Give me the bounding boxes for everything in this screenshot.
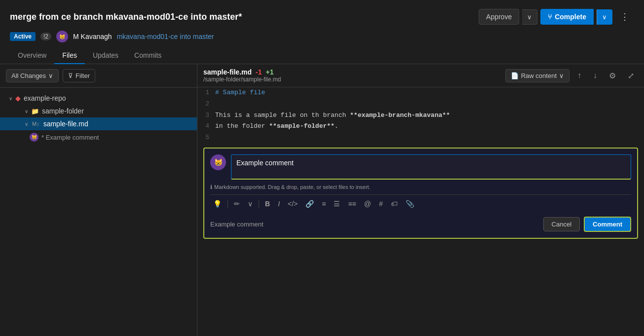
- filter-button[interactable]: ⊽ Filter: [63, 69, 95, 82]
- code-line: 1 # Sample file: [197, 87, 644, 99]
- toolbar-link-button[interactable]: 🔗: [303, 198, 317, 210]
- tab-updates[interactable]: Updates: [85, 47, 126, 64]
- code-line: 5: [197, 132, 644, 144]
- repo-icon: ◆: [15, 94, 21, 102]
- scroll-down-button[interactable]: ↓: [589, 69, 601, 82]
- toolbar-hash-button[interactable]: #: [376, 198, 386, 210]
- comment-textarea[interactable]: Example comment: [231, 154, 631, 180]
- tree-item-comment[interactable]: 😸 * Example comment: [0, 130, 197, 144]
- folder-label: sample-folder: [42, 107, 84, 115]
- comment-label: * Example comment: [41, 134, 99, 141]
- sub-header: Active !2 😸 M Kavanagh mkavana-mod01-ce …: [0, 31, 644, 47]
- header: merge from ce branch mkavana-mod01-ce in…: [0, 0, 644, 31]
- active-badge: Active: [10, 32, 36, 41]
- tab-commits[interactable]: Commits: [126, 47, 169, 64]
- toolbar-ol-button[interactable]: ☰: [331, 198, 343, 210]
- tab-overview[interactable]: Overview: [10, 47, 54, 64]
- page-title: merge from ce branch mkavana-mod01-ce in…: [10, 12, 479, 22]
- tree-item-file[interactable]: ∨ M↕ sample-file.md: [0, 117, 197, 130]
- sidebar: All Changes ∨ ⊽ Filter ∨ ◆ example-repo …: [0, 64, 197, 336]
- file-info: sample-file.md -1 +1 /sample-folder/samp…: [203, 68, 281, 83]
- scroll-up-button[interactable]: ↑: [573, 69, 585, 82]
- user-name: M Kavanagh: [73, 33, 112, 40]
- right-panel: sample-file.md -1 +1 /sample-folder/samp…: [197, 64, 644, 336]
- comment-buttons: Cancel Comment: [543, 217, 631, 232]
- toolbar-tag-button[interactable]: 🏷: [388, 198, 401, 210]
- file-label: sample-file.md: [43, 120, 88, 128]
- comment-input-box: Example comment: [231, 154, 631, 181]
- tree-item-folder[interactable]: ∨ 📁 sample-folder: [0, 105, 197, 117]
- settings-icon-button[interactable]: ⚙: [605, 69, 620, 83]
- modified-icon: M↕: [32, 121, 39, 127]
- main-content: All Changes ∨ ⊽ Filter ∨ ◆ example-repo …: [0, 64, 644, 336]
- comment-hint: ℹ Markdown supported. Drag & drop, paste…: [210, 184, 631, 190]
- chevron-down-icon: ∨: [25, 121, 28, 127]
- toolbar-ul-button[interactable]: ≡: [319, 198, 329, 210]
- comment-area: 😸 Example comment ℹ Markdown supported. …: [203, 148, 638, 239]
- diff-deletions: -1: [256, 68, 262, 76]
- file-icon: 📄: [511, 72, 519, 79]
- approve-chevron-button[interactable]: ∨: [522, 9, 537, 25]
- more-options-button[interactable]: ⋮: [615, 8, 634, 26]
- nav-tabs: Overview Files Updates Commits: [0, 47, 644, 64]
- notification-count: !2: [40, 33, 51, 40]
- toolbar-italic-button[interactable]: I: [275, 198, 283, 210]
- diff-additions: +1: [265, 68, 273, 76]
- folder-icon: 📁: [31, 108, 39, 115]
- chevron-down-icon: ∨: [48, 72, 53, 79]
- complete-chevron-button[interactable]: ∨: [597, 9, 612, 25]
- comment-avatar-icon: 😸: [30, 133, 38, 142]
- comment-footer: Example comment Cancel Comment: [210, 217, 631, 232]
- toolbar-code-button[interactable]: </>: [285, 198, 301, 210]
- cancel-button[interactable]: Cancel: [543, 217, 580, 231]
- sidebar-toolbar: All Changes ∨ ⊽ Filter: [0, 64, 197, 88]
- file-toolbar: sample-file.md -1 +1 /sample-folder/samp…: [197, 64, 644, 87]
- info-icon: ℹ: [210, 184, 212, 190]
- branch-info: mkavana-mod01-ce into master: [117, 33, 214, 40]
- comment-submit-button[interactable]: Comment: [584, 217, 631, 232]
- chevron-down-icon: ∨: [25, 109, 28, 114]
- filter-icon: ⊽: [68, 72, 73, 79]
- comment-avatar: 😸: [210, 154, 226, 170]
- merge-icon: ⑂: [548, 13, 552, 21]
- header-actions: Approve ∨ ⑂ Complete ∨ ⋮: [479, 8, 634, 26]
- raw-content-button[interactable]: 📄 Raw content ∨: [505, 69, 569, 82]
- repo-label: example-repo: [24, 94, 66, 102]
- comment-preview: Example comment: [210, 221, 264, 228]
- chevron-down-icon: ∨: [9, 96, 12, 101]
- avatar: 😸: [56, 31, 68, 42]
- code-view: 1 # Sample file 2 3 This is a sample fil…: [197, 87, 644, 336]
- complete-button[interactable]: ⑂ Complete: [540, 9, 594, 25]
- toolbar-pencil-button[interactable]: ✏: [231, 198, 243, 210]
- toolbar-bold-button[interactable]: B: [262, 198, 273, 210]
- tab-files[interactable]: Files: [54, 47, 85, 64]
- code-line: 2: [197, 99, 644, 110]
- toolbar-mention-button[interactable]: @: [361, 198, 374, 210]
- toolbar-chevron-button[interactable]: ∨: [245, 198, 256, 210]
- toolbar-lightbulb-button[interactable]: 💡: [210, 198, 225, 210]
- code-lines: 1 # Sample file 2 3 This is a sample fil…: [197, 87, 644, 144]
- file-actions: 📄 Raw content ∨ ↑ ↓ ⚙ ⤢: [505, 69, 638, 83]
- code-line: 3 This is a sample file on th branch **e…: [197, 110, 644, 121]
- tree-item-repo[interactable]: ∨ ◆ example-repo: [0, 92, 197, 105]
- toolbar-indent-button[interactable]: ≡≡: [345, 198, 359, 210]
- comment-input-row: 😸 Example comment: [210, 154, 631, 181]
- file-name: sample-file.md -1 +1: [203, 68, 281, 76]
- toolbar-attach-button[interactable]: 📎: [403, 198, 417, 210]
- file-path: /sample-folder/sample-file.md: [203, 76, 281, 83]
- chevron-down-icon: ∨: [559, 72, 564, 79]
- comment-toolbar: 💡 ✏ ∨ B I </> 🔗 ≡ ☰ ≡≡ @ # 🏷 📎: [210, 194, 631, 213]
- code-line: 4 in the folder **sample-folder**.: [197, 121, 644, 132]
- approve-button[interactable]: Approve: [479, 9, 519, 25]
- toolbar-separator: [227, 200, 228, 208]
- file-tree: ∨ ◆ example-repo ∨ 📁 sample-folder ∨ M↕ …: [0, 88, 197, 336]
- all-changes-button[interactable]: All Changes ∨: [6, 69, 59, 82]
- expand-button[interactable]: ⤢: [624, 69, 638, 83]
- toolbar-separator: [259, 200, 259, 208]
